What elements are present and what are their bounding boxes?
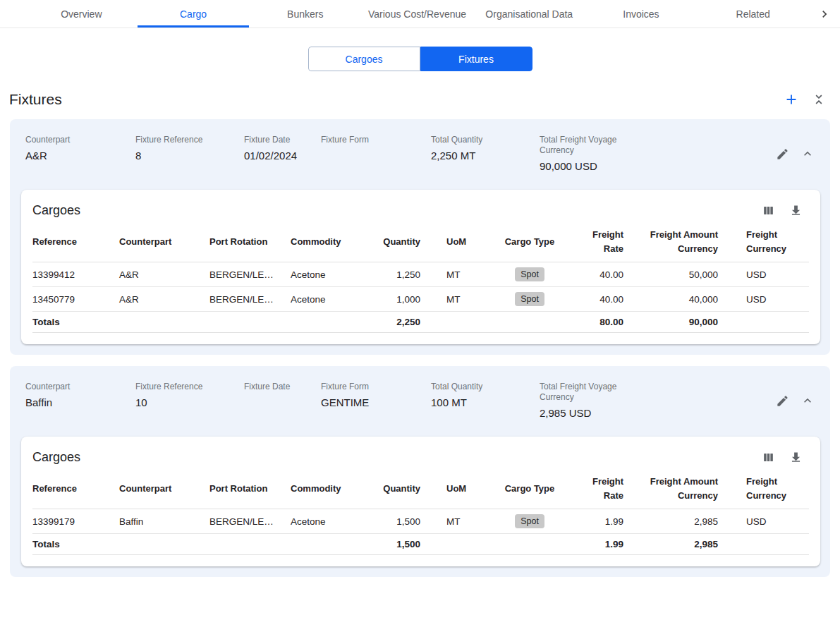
field-fixture-date: Fixture Date 01/02/2024 bbox=[244, 135, 321, 173]
col-freight-currency: Freight Currency bbox=[724, 469, 809, 509]
cell-freight-currency: USD bbox=[724, 509, 809, 534]
cell-port-rotation: BERGEN/LEV… bbox=[204, 509, 285, 534]
col-freight-rate: Freight Rate bbox=[568, 469, 629, 509]
cargo-type-badge: Spot bbox=[515, 267, 544, 281]
field-total-quantity: Total Quantity 100 MT bbox=[431, 382, 540, 420]
download-button[interactable] bbox=[789, 451, 803, 464]
cargo-row[interactable]: 13450779 A&R BERGEN/LEV… Acetone 1,000 M… bbox=[32, 287, 809, 312]
tab-related[interactable]: Related bbox=[697, 0, 809, 28]
cell-counterpart: Baffin bbox=[114, 509, 204, 534]
totals-row: Totals 1,500 1.99 2,985 bbox=[32, 534, 809, 555]
cargoes-table: Reference Counterpart Port Rotation Comm… bbox=[32, 469, 809, 555]
collapse-fixture-button[interactable] bbox=[801, 147, 815, 161]
cell-cargo-type: Spot bbox=[491, 262, 568, 287]
cell-quantity: 1,000 bbox=[367, 287, 426, 312]
download-button[interactable] bbox=[789, 204, 803, 217]
cell-commodity: Acetone bbox=[285, 509, 367, 534]
cargoes-title: Cargoes bbox=[32, 203, 80, 218]
totals-freight-rate: 1.99 bbox=[568, 534, 629, 555]
table-header-row: Reference Counterpart Port Rotation Comm… bbox=[32, 469, 809, 509]
cell-port-rotation: BERGEN/LEV… bbox=[204, 262, 285, 287]
collapse-fixture-button[interactable] bbox=[801, 394, 815, 408]
tab-organisational-data[interactable]: Organisational Data bbox=[473, 0, 585, 28]
col-counterpart: Counterpart bbox=[114, 469, 204, 509]
fixture-header: Counterpart Baffin Fixture Reference 10 … bbox=[21, 382, 820, 420]
toggle-fixtures-button[interactable]: Fixtures bbox=[420, 47, 532, 71]
cell-counterpart: A&R bbox=[114, 287, 204, 312]
columns-icon bbox=[762, 451, 775, 464]
column-settings-button[interactable] bbox=[762, 204, 775, 217]
table-header-row: Reference Counterpart Port Rotation Comm… bbox=[32, 222, 809, 262]
cell-freight-currency: USD bbox=[724, 262, 809, 287]
cargo-type-badge: Spot bbox=[515, 514, 544, 528]
col-freight-currency: Freight Currency bbox=[724, 222, 809, 262]
field-fixture-date: Fixture Date bbox=[244, 382, 321, 420]
totals-quantity: 2,250 bbox=[367, 312, 426, 333]
field-counterpart: Counterpart Baffin bbox=[25, 382, 135, 420]
toggle-cargoes-button[interactable]: Cargoes bbox=[308, 47, 420, 71]
chevron-right-icon bbox=[817, 7, 832, 21]
collapse-all-button[interactable] bbox=[812, 92, 826, 107]
cell-counterpart: A&R bbox=[114, 262, 204, 287]
totals-freight-rate: 80.00 bbox=[568, 312, 629, 333]
tab-invoices[interactable]: Invoices bbox=[585, 0, 698, 28]
col-freight-rate: Freight Rate bbox=[568, 222, 629, 262]
unfold-less-icon bbox=[812, 92, 826, 107]
page-title: Fixtures bbox=[9, 91, 62, 108]
add-fixture-button[interactable] bbox=[784, 92, 799, 107]
cell-freight-currency: USD bbox=[724, 287, 809, 312]
totals-quantity: 1,500 bbox=[367, 534, 426, 555]
col-cargo-type: Cargo Type bbox=[491, 469, 568, 509]
cell-freight-rate: 1.99 bbox=[568, 509, 629, 534]
top-nav: Overview Cargo Bunkers Various Cost/Reve… bbox=[0, 0, 840, 28]
col-reference: Reference bbox=[32, 222, 114, 262]
cell-uom: MT bbox=[426, 509, 491, 534]
fixture-card: Counterpart Baffin Fixture Reference 10 … bbox=[10, 366, 830, 577]
col-commodity: Commodity bbox=[285, 222, 367, 262]
cell-uom: MT bbox=[426, 287, 491, 312]
tab-cargo[interactable]: Cargo bbox=[138, 0, 250, 28]
field-total-quantity: Total Quantity 2,250 MT bbox=[431, 135, 540, 173]
download-icon bbox=[789, 204, 803, 217]
pencil-icon bbox=[776, 394, 789, 408]
field-fixture-form: Fixture Form GENTIME bbox=[321, 382, 431, 420]
tab-bunkers[interactable]: Bunkers bbox=[249, 0, 361, 28]
tab-overview[interactable]: Overview bbox=[25, 0, 138, 28]
field-fixture-form: Fixture Form bbox=[321, 135, 431, 173]
cell-commodity: Acetone bbox=[285, 287, 367, 312]
edit-fixture-button[interactable] bbox=[776, 394, 789, 408]
edit-fixture-button[interactable] bbox=[776, 147, 789, 161]
cell-uom: MT bbox=[426, 262, 491, 287]
cell-reference: 13450779 bbox=[32, 287, 114, 312]
totals-label: Totals bbox=[32, 534, 114, 555]
cell-reference: 13399412 bbox=[32, 262, 114, 287]
cargo-type-badge: Spot bbox=[515, 292, 544, 306]
totals-freight-amount: 2,985 bbox=[629, 534, 724, 555]
nav-scroll-right-button[interactable] bbox=[809, 0, 840, 28]
cell-freight-rate: 40.00 bbox=[568, 287, 629, 312]
totals-freight-amount: 90,000 bbox=[629, 312, 724, 333]
col-uom: UoM bbox=[426, 469, 491, 509]
cell-freight-amount: 2,985 bbox=[629, 509, 724, 534]
chevron-up-icon bbox=[801, 147, 815, 161]
cell-commodity: Acetone bbox=[285, 262, 367, 287]
tab-various-cost-revenue[interactable]: Various Cost/Revenue bbox=[361, 0, 473, 28]
column-settings-button[interactable] bbox=[762, 451, 775, 464]
col-uom: UoM bbox=[426, 222, 491, 262]
cell-freight-rate: 40.00 bbox=[568, 262, 629, 287]
download-icon bbox=[789, 451, 803, 464]
totals-label: Totals bbox=[32, 312, 114, 333]
field-total-freight-voyage-currency: Total Freight Voyage Currency 2,985 USD bbox=[540, 382, 659, 420]
col-quantity: Quantity bbox=[367, 469, 426, 509]
cargoes-title: Cargoes bbox=[32, 450, 80, 465]
col-quantity: Quantity bbox=[367, 222, 426, 262]
cargo-row[interactable]: 13399412 A&R BERGEN/LEV… Acetone 1,250 M… bbox=[32, 262, 809, 287]
field-total-freight-voyage-currency: Total Freight Voyage Currency 90,000 USD bbox=[540, 135, 659, 173]
col-freight-amount-currency: Freight Amount Currency bbox=[629, 222, 724, 262]
col-cargo-type: Cargo Type bbox=[491, 222, 568, 262]
cargo-row[interactable]: 13399179 Baffin BERGEN/LEV… Acetone 1,50… bbox=[32, 509, 809, 534]
col-port-rotation: Port Rotation bbox=[204, 222, 285, 262]
view-toggle-group: Cargoes Fixtures bbox=[308, 47, 532, 71]
cargoes-card: Cargoes Refe bbox=[21, 190, 820, 344]
cell-quantity: 1,500 bbox=[367, 509, 426, 534]
